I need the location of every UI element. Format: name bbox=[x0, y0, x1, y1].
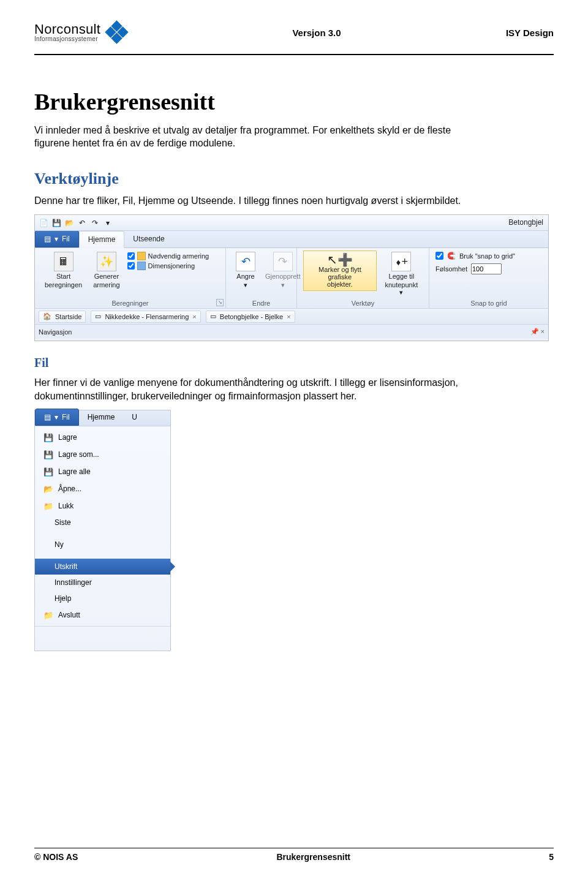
file-tab-hjemme-label: Hjemme bbox=[88, 413, 115, 421]
tab-startside[interactable]: 🏠Startside bbox=[39, 311, 86, 323]
company-logo: Norconsult Informasjonssystemer bbox=[34, 22, 127, 43]
screenshot-file-menu: ▤▾ Fil Hjemme U 💾Lagre 💾Lagre som... 💾La… bbox=[34, 410, 171, 651]
beam-icon: ▭ bbox=[210, 312, 216, 320]
menu-lagre-som-label: Lagre som... bbox=[58, 450, 99, 459]
menu-ny[interactable]: Ny bbox=[35, 537, 170, 553]
redo-big-icon: ↷ bbox=[273, 252, 293, 271]
pin-icon[interactable]: 📌 × bbox=[530, 328, 545, 336]
file-tab-utseende-partial[interactable]: U bbox=[123, 409, 146, 426]
tab-betong-label: Betongbjelke - Bjelke bbox=[220, 313, 283, 320]
close-icon[interactable]: × bbox=[192, 313, 196, 320]
chk-nodvendig-armering[interactable]: Nødvendig armering bbox=[127, 252, 209, 260]
tab-startside-label: Startside bbox=[55, 313, 81, 320]
tab-betongbjelke[interactable]: ▭Betongbjelke - Bjelke× bbox=[206, 311, 295, 323]
menu-hjelp[interactable]: Hjelp bbox=[35, 590, 170, 606]
navigation-pane-header: Navigasjon 📌 × bbox=[35, 324, 548, 339]
menu-lagre-label: Lagre bbox=[58, 433, 77, 442]
menu-avslutt-label: Avslutt bbox=[58, 611, 80, 619]
menu-utskrift-label: Utskrift bbox=[55, 562, 77, 571]
legge-til-knutepunkt-button[interactable]: ⬧+ Legge til knutepunkt ▾ bbox=[380, 251, 423, 298]
tab-fil[interactable]: ▤ ▾ Fil bbox=[35, 230, 79, 247]
tab-hjemme-label: Hjemme bbox=[88, 235, 116, 244]
menu-lagre[interactable]: 💾Lagre bbox=[35, 429, 170, 446]
beregning-options: Nødvendig armering Dimensjonering bbox=[127, 252, 209, 290]
chk-dimensjonering[interactable]: Dimensjonering bbox=[127, 262, 209, 270]
home-icon: 🏠 bbox=[43, 312, 51, 320]
tab-hjemme[interactable]: Hjemme bbox=[79, 231, 125, 248]
menu-innstillinger[interactable]: Innstillinger bbox=[35, 575, 170, 590]
chk-snap-to-grid[interactable]: 🧲Bruk "snap to grid" bbox=[435, 252, 542, 260]
exit-icon: 📁 bbox=[43, 610, 53, 620]
menu-utskrift[interactable]: Utskrift bbox=[35, 559, 170, 575]
logo-subtitle: Informasjonssystemer bbox=[34, 36, 100, 42]
menu-apne-label: Åpne... bbox=[58, 485, 81, 493]
menu-avslutt[interactable]: 📁Avslutt bbox=[35, 606, 170, 624]
file-tab-hjemme[interactable]: Hjemme bbox=[79, 409, 124, 426]
chk-snap-label: Bruk "snap to grid" bbox=[459, 252, 515, 260]
file-tab-fil[interactable]: ▤▾ Fil bbox=[35, 409, 79, 426]
page-title: Brukergrensesnitt bbox=[34, 88, 554, 115]
menu-hjelp-label: Hjelp bbox=[55, 594, 71, 603]
menu-siste-label: Siste bbox=[55, 518, 71, 527]
document-tab-bar: 🏠Startside ▭Nikkedekke - Flensarmering× … bbox=[35, 308, 548, 324]
new-icon[interactable]: 📄 bbox=[39, 218, 48, 228]
generer-armering-button[interactable]: ✨ Generer armering bbox=[89, 251, 123, 290]
section-fil-heading: Fil bbox=[34, 356, 554, 370]
header-rule bbox=[34, 54, 554, 55]
menu-lagre-alle-label: Lagre alle bbox=[58, 467, 91, 476]
tab-nikkedekke[interactable]: ▭Nikkedekke - Flensarmering× bbox=[91, 311, 200, 323]
calculator-icon: 🖩 bbox=[54, 252, 74, 271]
legge-label-1: Legge til bbox=[389, 273, 415, 280]
menu-lagre-alle[interactable]: 💾Lagre alle bbox=[35, 463, 170, 480]
redo-icon[interactable]: ↷ bbox=[90, 218, 100, 228]
add-node-icon: ⬧+ bbox=[391, 252, 411, 271]
qat-customize-icon[interactable]: ▾ bbox=[103, 218, 113, 228]
footer-page-number: 5 bbox=[549, 852, 554, 862]
menu-siste[interactable]: Siste bbox=[35, 515, 170, 530]
header-version: Versjon 3.0 bbox=[292, 28, 341, 38]
window-title-fragment: Betongbjel bbox=[508, 218, 543, 227]
group-snap-title: Snap to grid bbox=[429, 300, 548, 307]
tab-fil-menu-icon: ▤ bbox=[44, 413, 51, 421]
undo-big-icon: ↶ bbox=[236, 252, 255, 271]
generer-label-1: Generer bbox=[94, 273, 119, 280]
generer-label-2: armering bbox=[93, 281, 119, 289]
file-menu-tabs: ▤▾ Fil Hjemme U bbox=[35, 410, 170, 426]
beam-icon: ▭ bbox=[95, 312, 101, 320]
page-footer: © NOIS AS Brukergrensesnitt 5 bbox=[34, 844, 554, 862]
beregninger-dialog-launcher[interactable]: ↘ bbox=[216, 299, 224, 306]
cursor-icon: ↖➕ bbox=[327, 254, 353, 266]
logo-icon bbox=[107, 22, 127, 43]
legge-label-2: knutepunkt bbox=[385, 281, 418, 289]
ribbon-tabs: ▤ ▾ Fil Hjemme Utseende bbox=[35, 231, 548, 248]
tab-nikkedekke-label: Nikkedekke - Flensarmering bbox=[105, 313, 189, 320]
snap-sensitivity-label: Følsomhet bbox=[435, 265, 467, 273]
open-icon[interactable]: 📂 bbox=[64, 218, 74, 228]
group-verktoy: ↖➕ Marker og flytt grafiske objekter. ⬧+… bbox=[297, 248, 429, 308]
start-label-2: beregningen bbox=[45, 281, 82, 289]
snap-sensitivity-input[interactable] bbox=[471, 263, 502, 274]
wand-icon: ✨ bbox=[97, 252, 116, 271]
save-icon[interactable]: 💾 bbox=[51, 218, 61, 228]
tab-utseende[interactable]: Utseende bbox=[124, 230, 173, 247]
marker-flytt-button[interactable]: ↖➕ Marker og flytt grafiske objekter. bbox=[303, 251, 377, 291]
menu-apne[interactable]: 📂Åpne... bbox=[35, 480, 170, 497]
menu-lukk[interactable]: 📁Lukk bbox=[35, 497, 170, 515]
undo-icon[interactable]: ↶ bbox=[77, 218, 87, 228]
group-endre: ↶ Angre▾ ↷ Gjenopprett▾ Endre bbox=[226, 248, 297, 308]
open-icon: 📂 bbox=[43, 484, 53, 494]
angre-label: Angre bbox=[236, 273, 254, 280]
angre-button[interactable]: ↶ Angre▾ bbox=[232, 251, 259, 290]
page-header: Norconsult Informasjonssystemer Versjon … bbox=[34, 15, 554, 50]
close-icon[interactable]: × bbox=[287, 313, 290, 320]
screenshot-ribbon: 📄 💾 📂 ↶ ↷ ▾ Betongbjel ▤ ▾ Fil Hjemme bbox=[34, 214, 549, 341]
logo-title: Norconsult bbox=[34, 23, 100, 36]
section-toolbar-body: Denne har tre fliker, Fil, Hjemme og Uts… bbox=[34, 194, 488, 208]
section-toolbar-heading: Verktøylinje bbox=[34, 170, 554, 188]
footer-copyright: © NOIS AS bbox=[34, 852, 78, 862]
group-beregninger-title: Beregninger bbox=[35, 300, 225, 307]
menu-innstillinger-label: Innstillinger bbox=[55, 578, 92, 587]
menu-lagre-som[interactable]: 💾Lagre som... bbox=[35, 446, 170, 463]
ribbon-body: 🖩 Start beregningen ✨ Generer armering N… bbox=[35, 248, 548, 308]
start-beregningen-button[interactable]: 🖩 Start beregningen bbox=[41, 251, 86, 290]
